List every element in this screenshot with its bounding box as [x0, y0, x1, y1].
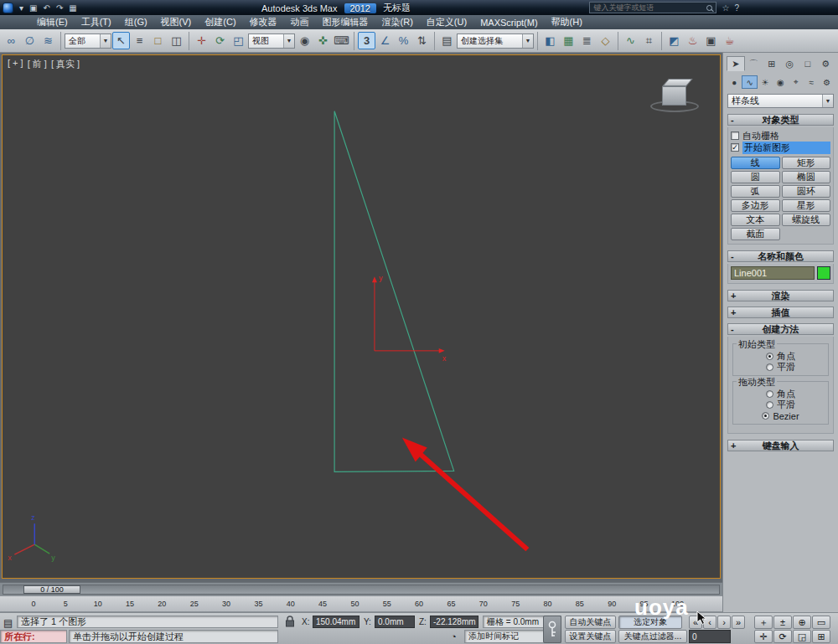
shape-button-line[interactable]: 线 — [731, 157, 780, 169]
named-selection-dropdown[interactable]: 创建选择集 ▼ — [457, 33, 534, 49]
shape-button-arc[interactable]: 弧 — [731, 185, 780, 198]
save-icon[interactable]: ▣ — [28, 3, 39, 13]
tab-display[interactable]: □ — [799, 56, 817, 71]
rollout-creation-method[interactable]: - 创建方法 — [727, 323, 834, 335]
menu-item[interactable]: 修改器 — [243, 15, 284, 29]
auto-key-button[interactable]: 自动关键点 — [565, 616, 616, 629]
drag-bezier-radio[interactable]: Bezier — [735, 410, 826, 421]
viewport-menu-general[interactable]: [ + ] — [8, 58, 23, 70]
front-viewport[interactable]: [ + ] [ 前 ] [ 真实 ] y x — [2, 54, 721, 579]
radio-dot[interactable] — [766, 401, 773, 409]
key-filters-button[interactable]: 关键点过滤器... — [618, 630, 687, 643]
named-selection-sets-icon[interactable]: ▤ — [438, 32, 456, 49]
use-pivot-center-icon[interactable]: ◉ — [296, 32, 313, 49]
menu-item[interactable]: 自定义(U) — [420, 15, 473, 29]
zoom-icon[interactable]: ＋ — [754, 616, 773, 629]
app-menu-icon[interactable]: ▾ — [18, 3, 25, 13]
z-coordinate-field[interactable]: -22.128mm — [430, 616, 478, 628]
mirror-icon[interactable]: ◧ — [541, 32, 559, 49]
radio-dot[interactable] — [766, 363, 773, 371]
autogrid-checkbox[interactable]: 自动栅格 — [731, 130, 830, 142]
x-coordinate-field[interactable]: 150.04mm — [313, 616, 360, 628]
initial-smooth-radio[interactable]: 平滑 — [735, 362, 826, 373]
viewcube-front-face[interactable] — [662, 86, 686, 106]
undo-icon[interactable]: ↶ — [41, 3, 51, 13]
viewcube[interactable] — [653, 75, 698, 116]
pan-icon[interactable]: ✛ — [754, 630, 773, 643]
window-crossing-icon[interactable]: ◫ — [168, 32, 185, 49]
workspace-icon[interactable]: ▦ — [67, 3, 78, 13]
menu-item[interactable]: 视图(V) — [154, 15, 199, 29]
quick-render-icon[interactable]: ☕ — [721, 32, 738, 49]
category-geometry-icon[interactable]: ● — [727, 75, 742, 89]
radio-dot[interactable] — [766, 390, 773, 398]
keyboard-override-icon[interactable]: ⌨ — [333, 32, 350, 49]
rendered-frame-icon[interactable]: ▣ — [702, 32, 720, 49]
bind-to-spacewarp-icon[interactable]: ≋ — [39, 32, 57, 49]
object-name-input[interactable]: Line001 — [731, 266, 815, 280]
menu-item[interactable]: 帮助(H) — [545, 15, 589, 29]
radio-dot[interactable] — [762, 412, 769, 420]
rectangular-selection-icon[interactable]: □ — [149, 32, 167, 49]
zoom-all-icon[interactable]: ± — [773, 616, 792, 629]
viewcube-top-face[interactable] — [662, 79, 693, 86]
start-new-shape-checkbox[interactable]: ✓ 开始新图形 — [731, 142, 830, 153]
shape-button-section[interactable]: 截面 — [731, 228, 780, 240]
align-icon[interactable]: ▦ — [560, 32, 577, 49]
maximize-viewport-icon[interactable]: ⊞ — [812, 630, 830, 643]
zoom-region-icon[interactable]: ▭ — [812, 616, 830, 629]
tab-hierarchy[interactable]: ⊞ — [763, 56, 781, 71]
category-systems-icon[interactable]: ⚙ — [820, 75, 835, 89]
selection-filter-dropdown[interactable]: 全部 ▼ — [65, 33, 111, 49]
chevron-down-icon[interactable]: ▼ — [522, 34, 533, 48]
schematic-view-icon[interactable]: ⌗ — [640, 32, 658, 49]
menu-item[interactable]: 编辑(E) — [30, 15, 75, 29]
rollout-object-type[interactable]: - 对象类型 — [727, 114, 834, 126]
chevron-down-icon[interactable]: ▼ — [283, 34, 294, 48]
select-manipulate-icon[interactable]: ✜ — [314, 32, 332, 49]
help-icon[interactable]: ? — [734, 3, 739, 13]
tab-utilities[interactable]: ⚙ — [817, 56, 835, 71]
shape-button-ellipse[interactable]: 椭圆 — [782, 171, 831, 183]
unlink-selection-icon[interactable]: ∅ — [21, 32, 39, 49]
zoom-extents-icon[interactable]: ⊕ — [793, 616, 811, 629]
reference-coordinate-dropdown[interactable]: 视图 ▼ — [248, 33, 295, 49]
shape-button-text[interactable]: 文本 — [731, 214, 780, 226]
checkbox-box[interactable] — [731, 131, 739, 140]
select-rotate-icon[interactable]: ⟳ — [211, 32, 229, 49]
rollout-name-color[interactable]: - 名称和颜色 — [727, 250, 834, 262]
tab-modify[interactable]: ⌒ — [745, 56, 763, 71]
shape-button-ngon[interactable]: 多边形 — [731, 199, 780, 212]
chevron-down-icon[interactable]: ▼ — [100, 34, 111, 48]
select-move-icon[interactable]: ✛ — [193, 32, 210, 49]
redo-icon[interactable]: ↷ — [54, 3, 65, 13]
field-of-view-icon[interactable]: ◲ — [793, 630, 811, 643]
y-coordinate-field[interactable]: 0.0mm — [375, 616, 415, 628]
shape-button-helix[interactable]: 螺旋线 — [782, 214, 831, 226]
maxscript-listener-icon[interactable]: ▤ — [3, 617, 13, 629]
shape-button-rectangle[interactable]: 矩形 — [782, 157, 831, 169]
menu-item[interactable]: 创建(C) — [198, 15, 242, 29]
chevron-down-icon[interactable]: ▼ — [822, 95, 833, 107]
shape-button-circle[interactable]: 圆 — [731, 171, 780, 183]
graphite-ribbon-icon[interactable]: ◇ — [597, 32, 614, 49]
search-input[interactable] — [593, 3, 703, 12]
render-setup-icon[interactable]: ♨ — [684, 32, 701, 49]
orbit-icon[interactable]: ⟳ — [773, 630, 792, 643]
favorites-icon[interactable]: ☆ — [722, 3, 729, 13]
viewport-menu-shading[interactable]: [ 真实 ] — [51, 58, 80, 70]
menu-item[interactable]: 图形编辑器 — [316, 15, 375, 29]
shape-button-star[interactable]: 星形 — [782, 199, 831, 212]
tab-motion[interactable]: ◎ — [781, 56, 799, 71]
select-scale-icon[interactable]: ◰ — [230, 32, 247, 49]
track-bar[interactable]: 0510152025303540455055606570758085909510… — [0, 595, 722, 612]
drag-smooth-radio[interactable]: 平滑 — [735, 399, 826, 410]
menu-item[interactable]: 组(G) — [118, 15, 154, 29]
percent-snap-icon[interactable]: % — [395, 32, 412, 49]
category-shapes-icon[interactable]: ∿ — [742, 75, 757, 89]
object-color-swatch[interactable] — [817, 266, 830, 280]
search-icon[interactable] — [706, 5, 712, 11]
select-by-name-icon[interactable]: ≡ — [131, 32, 148, 49]
current-frame-field[interactable]: 0 — [689, 630, 731, 643]
menu-item[interactable]: 动画 — [284, 15, 316, 29]
